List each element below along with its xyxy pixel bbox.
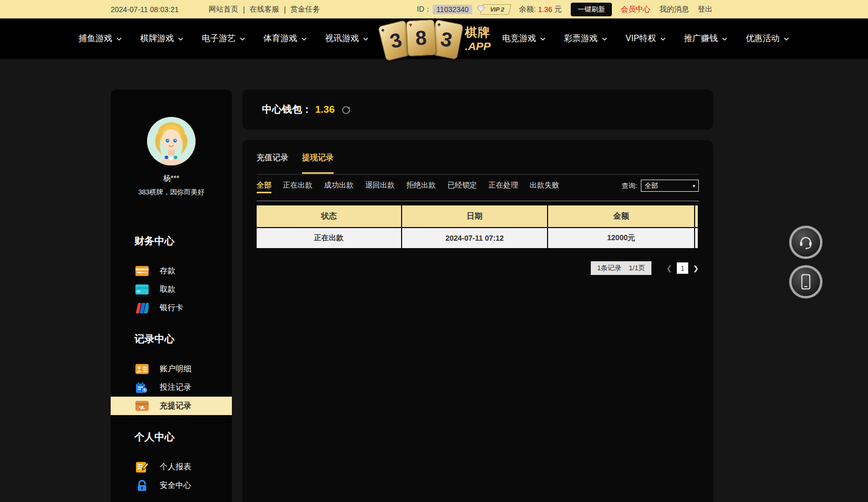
bet-records-icon	[135, 382, 149, 393]
online-service-link[interactable]: 在线客服	[250, 5, 279, 14]
mobile-app-icon	[800, 274, 812, 290]
sidebar-item-personal-report[interactable]: 个人报表	[111, 458, 232, 476]
cell-status: 正在出款	[257, 228, 402, 248]
logo-number: 3	[439, 28, 454, 50]
nav-item-fishing[interactable]: 捕鱼游戏	[79, 33, 122, 44]
nav-item-chess[interactable]: 棋牌游戏	[140, 33, 184, 44]
customer-service-button[interactable]	[792, 228, 820, 257]
chevron-down-icon	[721, 37, 728, 41]
nav-item-label: 视讯游戏	[325, 33, 359, 44]
chevron-down-icon	[601, 37, 608, 41]
tab-withdrawal-records[interactable]: 提现记录	[302, 153, 334, 174]
query-select[interactable]: 全部 ▾	[641, 180, 699, 192]
chevron-down-icon	[783, 37, 789, 41]
top-bar: 2024-07-11 08:03:21 网站首页 | 在线客服 | 赏金任务 I…	[0, 0, 868, 18]
filter-processing[interactable]: 正在处理	[489, 180, 518, 190]
query-group: 查询: 全部 ▾	[621, 180, 699, 192]
spade-icon: ♠	[381, 26, 385, 33]
central-wallet-panel: 中心钱包： 1.36	[242, 90, 713, 130]
next-page-icon[interactable]: ❯	[693, 264, 699, 272]
section-title-records: 记录中心	[134, 332, 232, 346]
sidebar-item-bank-card[interactable]: 银行卡	[111, 299, 232, 317]
filter-failed[interactable]: 出款失败	[530, 180, 559, 190]
page-number-button[interactable]: 1	[677, 262, 688, 274]
vip-level-label: VIP 2	[490, 6, 504, 13]
sidebar-item-recharge-withdraw-records[interactable]: 充提记录	[111, 397, 232, 415]
filter-paying[interactable]: 正在出款	[283, 180, 313, 190]
sidebar-item-account-details[interactable]: 账户明细	[111, 360, 232, 378]
page-indicator: 1/1页	[629, 263, 645, 273]
member-center-link[interactable]: 会员中心	[621, 5, 650, 14]
clipped-column	[695, 228, 698, 248]
nav-item-label: 推广赚钱	[684, 33, 718, 44]
username: 杨***	[111, 174, 232, 183]
nav-item-promotions[interactable]: 优惠活动	[746, 33, 789, 44]
sidebar-item-security-center[interactable]: 安全中心	[111, 476, 232, 495]
column-header-date: 日期	[402, 205, 548, 227]
site-logo[interactable]: ♠ 3 ♥ 8 ♠ 3 棋牌 .APP	[381, 18, 491, 59]
nav-item-live[interactable]: 视讯游戏	[325, 33, 369, 44]
cell-date: 2024-07-11 07:12	[402, 228, 548, 248]
nav-item-slots[interactable]: 电子游艺	[202, 33, 246, 44]
status-filter-bar: 全部 正在出款 成功出款 退回出款 拒绝出款 已经锁定 正在处理 出款失败 查询…	[257, 180, 699, 201]
logo-text-bottom: .APP	[465, 41, 491, 52]
nav-right-group: 电竞游戏 彩票游戏 VIP特权 推广赚钱 优惠活动	[502, 33, 789, 44]
vip-badge: VIP 2	[480, 4, 511, 15]
chevron-down-icon	[239, 37, 246, 41]
nav-item-label: 电竞游戏	[502, 33, 536, 44]
user-slogan: 383棋牌，因你而美好	[111, 188, 232, 197]
nav-item-label: 优惠活动	[746, 33, 779, 44]
logo-text-top: 棋牌	[465, 26, 491, 38]
nav-item-lottery[interactable]: 彩票游戏	[564, 33, 608, 44]
deposit-card-icon	[135, 265, 149, 277]
table-row: 正在出款 2024-07-11 07:12 12000元	[257, 228, 699, 248]
my-messages-link[interactable]: 我的消息	[659, 5, 689, 14]
diamond-icon	[477, 5, 485, 14]
balance: 余额: 1.36 元	[519, 5, 562, 14]
nav-item-esports[interactable]: 电竞游戏	[502, 33, 546, 44]
sidebar-item-bet-records[interactable]: 投注记录	[111, 378, 232, 397]
cell-amount: 12000元	[548, 228, 695, 248]
bounty-task-link[interactable]: 赏金任务	[290, 5, 320, 14]
sidebar-item-withdraw[interactable]: 取款	[111, 280, 232, 299]
top-right-cluster: ID： 11032340 VIP 2 余额: 1.36 元 一键刷新 会员中心 …	[417, 3, 713, 16]
filter-success[interactable]: 成功出款	[324, 180, 354, 190]
filter-all[interactable]: 全部	[257, 180, 271, 190]
link-separator: |	[284, 5, 286, 14]
pagination-summary: 1条记录 1/1页	[591, 261, 651, 275]
logo-card: ♥ 8	[406, 19, 436, 56]
user-id: ID： 11032340	[417, 5, 472, 14]
nav-item-sports[interactable]: 体育游戏	[264, 33, 307, 44]
records-panel: 充值记录 提现记录 全部 正在出款 成功出款 退回出款 拒绝出款 已经锁定 正在…	[242, 140, 713, 502]
filter-rejected[interactable]: 拒绝出款	[406, 180, 436, 190]
home-link[interactable]: 网站首页	[209, 5, 238, 14]
one-key-refresh-button[interactable]: 一键刷新	[571, 3, 612, 16]
filter-returned[interactable]: 退回出款	[365, 180, 395, 190]
finance-items: 存款 取款 银行卡	[111, 262, 232, 317]
account-details-icon	[135, 363, 149, 375]
logo-cards: ♠ 3 ♥ 8 ♠ 3	[381, 19, 461, 58]
nav-item-label: 捕鱼游戏	[79, 33, 112, 44]
nav-item-promote[interactable]: 推广赚钱	[684, 33, 728, 44]
link-separator: |	[243, 5, 245, 14]
mobile-app-button[interactable]	[792, 268, 820, 296]
nav-item-label: VIP特权	[626, 33, 656, 44]
refresh-icon[interactable]	[341, 105, 351, 115]
query-label: 查询:	[621, 181, 637, 191]
logo-text: 棋牌 .APP	[465, 26, 491, 52]
balance-unit: 元	[554, 5, 562, 14]
avatar	[147, 117, 196, 165]
prev-page-icon[interactable]: ❮	[666, 264, 672, 272]
id-label: ID：	[417, 5, 432, 14]
bank-cards-icon	[135, 302, 149, 314]
clipped-column	[695, 205, 698, 227]
tab-recharge-records[interactable]: 充值记录	[257, 153, 288, 174]
wallet-balance-value: 1.36	[315, 104, 335, 115]
logout-link[interactable]: 登出	[698, 5, 713, 14]
top-links: 网站首页 | 在线客服 | 赏金任务	[209, 5, 320, 14]
sidebar-item-deposit[interactable]: 存款	[111, 262, 232, 280]
nav-item-vip[interactable]: VIP特权	[626, 33, 666, 44]
personal-items: 个人报表 安全中心	[111, 458, 232, 495]
wallet-label: 中心钱包：	[262, 103, 312, 116]
filter-locked[interactable]: 已经锁定	[447, 180, 477, 190]
